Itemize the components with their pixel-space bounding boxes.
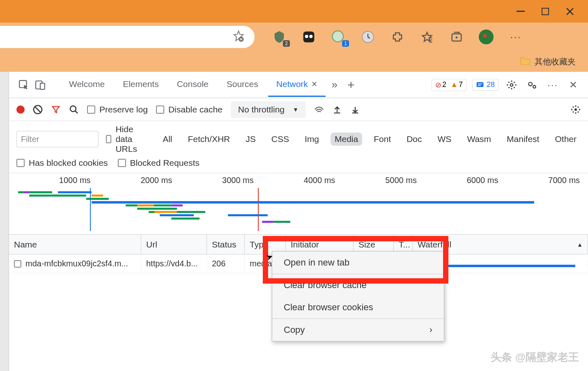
more-tabs-icon[interactable]: »: [327, 78, 342, 92]
warning-icon: ▲: [450, 80, 458, 89]
download-har-icon[interactable]: [350, 105, 360, 115]
overview-bars: [12, 188, 580, 231]
filter-type-wasm[interactable]: Wasm: [463, 133, 495, 146]
shield-badge: 2: [283, 40, 290, 47]
time-label: 5000 ms: [335, 176, 417, 185]
favorites-icon[interactable]: [419, 29, 435, 45]
ctx-clear-cache[interactable]: Clear browser cache: [272, 274, 444, 296]
bookmark-folder-label: 其他收藏夹: [535, 56, 576, 67]
filter-type-media[interactable]: Media: [331, 133, 362, 146]
time-label: 6000 ms: [417, 176, 498, 185]
bookmark-folder-other[interactable]: 其他收藏夹: [520, 56, 576, 67]
filter-icon[interactable]: [51, 105, 61, 115]
svg-rect-1: [542, 8, 549, 15]
network-settings-icon[interactable]: [571, 105, 581, 115]
message-badge[interactable]: 28: [472, 79, 498, 91]
maximize-button[interactable]: [540, 7, 550, 16]
tab-console[interactable]: Console: [169, 73, 217, 97]
header-status[interactable]: Status: [207, 235, 245, 254]
time-label: 1000 ms: [9, 176, 91, 185]
throttling-select[interactable]: No throttling ▼: [231, 101, 306, 118]
hide-data-urls-checkbox[interactable]: Hide data URLs: [106, 124, 151, 154]
svg-point-16: [528, 82, 532, 86]
inspect-element-icon[interactable]: [16, 78, 31, 92]
clear-icon[interactable]: [33, 105, 43, 115]
close-icon[interactable]: ✕: [311, 80, 317, 89]
ctx-open-new-tab[interactable]: Open in new tab: [272, 252, 444, 274]
search-icon[interactable]: [69, 105, 79, 115]
tab-network[interactable]: Network ✕: [268, 73, 326, 97]
filter-type-font[interactable]: Font: [370, 133, 395, 146]
time-label: 2000 ms: [91, 176, 172, 185]
svg-rect-13: [40, 83, 45, 89]
feedback-icon[interactable]: [525, 78, 540, 92]
profile-avatar[interactable]: [478, 29, 494, 45]
address-bar[interactable]: [0, 26, 255, 48]
filter-type-manifest[interactable]: Manifest: [503, 133, 543, 146]
filter-type-js[interactable]: JS: [241, 133, 260, 146]
tab-welcome[interactable]: Welcome: [61, 73, 113, 97]
header-name[interactable]: Name: [9, 235, 141, 254]
tab-elements[interactable]: Elements: [115, 73, 167, 97]
close-devtools-icon[interactable]: ✕: [566, 78, 581, 92]
error-icon: ⊘: [435, 80, 441, 89]
preserve-log-checkbox[interactable]: Preserve log: [87, 105, 148, 115]
filter-type-doc[interactable]: Doc: [402, 133, 426, 146]
filter-input[interactable]: Filter: [16, 131, 99, 147]
side-panel-strip: [0, 72, 9, 371]
svg-point-17: [533, 85, 536, 88]
filter-type-fetch[interactable]: Fetch/XHR: [184, 133, 234, 146]
puzzle-extension-icon[interactable]: [389, 29, 406, 45]
filter-type-ws[interactable]: WS: [434, 133, 456, 146]
sort-arrow-icon: ▲: [577, 241, 583, 248]
blocked-cookies-checkbox[interactable]: Has blocked cookies: [16, 158, 108, 168]
globe-extension-icon[interactable]: 1: [330, 29, 347, 45]
squares-extension-icon[interactable]: [301, 29, 317, 45]
request-url: https://vd4.b...: [141, 256, 207, 272]
svg-point-10: [483, 34, 487, 38]
filter-type-all[interactable]: All: [158, 133, 176, 146]
close-button[interactable]: [565, 7, 575, 16]
blocked-requests-checkbox[interactable]: Blocked Requests: [118, 158, 200, 168]
window-titlebar: [0, 0, 588, 23]
filter-type-other[interactable]: Other: [551, 133, 581, 146]
header-url[interactable]: Url: [141, 235, 207, 254]
request-name: mda-mfcbkmux09jc2sf4.m...: [25, 259, 128, 268]
globe-badge: 1: [342, 40, 349, 47]
minimize-button[interactable]: [516, 7, 526, 16]
network-toolbar: Preserve log Disable cache No throttling…: [9, 98, 588, 121]
extension-icons: 2 1 ···: [255, 29, 524, 45]
svg-point-4: [305, 35, 308, 38]
chevron-right-icon: ›: [430, 325, 432, 335]
clock-extension-icon[interactable]: [360, 29, 376, 45]
filter-type-css[interactable]: CSS: [267, 133, 293, 146]
add-tab-icon[interactable]: +: [344, 78, 358, 92]
collections-icon[interactable]: [448, 29, 465, 45]
filter-type-img[interactable]: Img: [301, 133, 323, 146]
ctx-clear-cookies[interactable]: Clear browser cookies: [272, 296, 444, 319]
bookmark-bar: 其他收藏夹: [0, 51, 588, 72]
error-warning-badge[interactable]: ⊘ 2 ▲ 7: [432, 79, 466, 91]
device-toggle-icon[interactable]: [33, 78, 48, 92]
disable-cache-checkbox[interactable]: Disable cache: [156, 105, 223, 115]
svg-point-6: [332, 31, 343, 42]
time-label: 7000 ms: [498, 176, 580, 185]
more-options-icon[interactable]: ···: [545, 78, 560, 92]
folder-icon: [520, 56, 531, 67]
svg-point-15: [510, 83, 513, 86]
upload-har-icon[interactable]: [332, 105, 342, 115]
svg-point-5: [309, 35, 312, 38]
settings-icon[interactable]: [504, 78, 519, 92]
network-conditions-icon[interactable]: [314, 105, 324, 115]
ctx-copy[interactable]: Copy ›: [272, 319, 444, 341]
watermark-text: 头条 @隔壁家老王: [491, 350, 579, 364]
more-menu-icon[interactable]: ···: [508, 29, 524, 45]
svg-rect-3: [303, 32, 315, 43]
bookmark-star-icon[interactable]: [232, 30, 246, 44]
network-overview[interactable]: 1000 ms 2000 ms 3000 ms 4000 ms 5000 ms …: [9, 173, 588, 235]
time-label: 3000 ms: [172, 176, 254, 185]
record-button[interactable]: [16, 105, 25, 114]
shield-extension-icon[interactable]: 2: [271, 29, 287, 45]
svg-rect-0: [517, 11, 525, 12]
tab-sources[interactable]: Sources: [218, 73, 266, 97]
